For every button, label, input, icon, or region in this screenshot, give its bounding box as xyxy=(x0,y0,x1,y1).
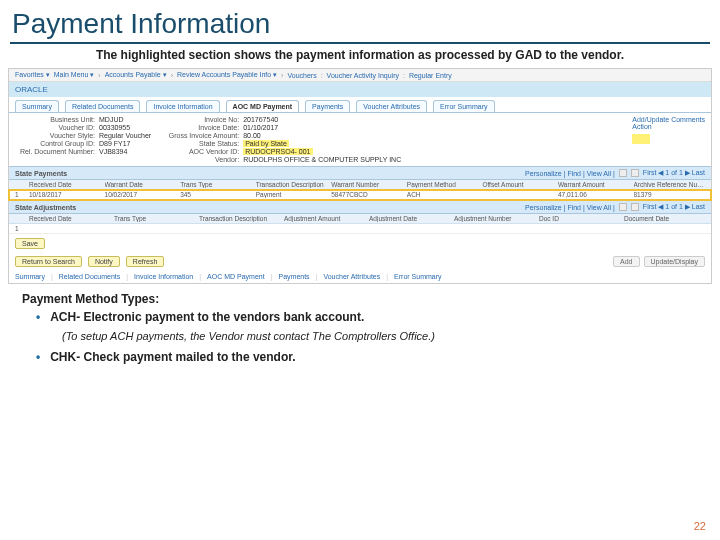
rel-doc-value: VJB8394 xyxy=(99,148,127,155)
sa-h-received: Received Date xyxy=(29,215,110,222)
invoice-no-label: Invoice No: xyxy=(159,116,239,123)
state-status-label: State Status: xyxy=(159,140,239,147)
download-icon[interactable] xyxy=(631,169,639,177)
control-group-label: Control Group ID: xyxy=(15,140,95,147)
bottom-links: Summary| Related Documents| Invoice Info… xyxy=(9,270,711,283)
download-icon[interactable] xyxy=(631,203,639,211)
sp-r1-warrant-date: 10/02/2017 xyxy=(105,191,177,198)
sp-r1-archive-ref: 81379 xyxy=(634,191,706,198)
title-rule xyxy=(10,42,710,44)
vendor-value: RUDOLPHS OFFICE & COMPUTER SUPPLY INC xyxy=(243,156,401,163)
sp-r1-trans-desc: Payment xyxy=(256,191,328,198)
voucher-style-value: Regular Voucher xyxy=(99,132,151,139)
menu-main[interactable]: Main Menu ▾ xyxy=(54,71,95,79)
sa-h-doc-date: Document Date xyxy=(624,215,705,222)
tab-row: Summary Related Documents Invoice Inform… xyxy=(9,97,711,113)
header-fields: Business Unit:MDJUD Voucher ID:00330955 … xyxy=(9,113,711,166)
sp-h-warrant-no: Warrant Number xyxy=(331,181,403,188)
state-adjustments-title: State Adjustments xyxy=(15,204,76,211)
sp-r1-warrant-no: 58477CBCD xyxy=(331,191,403,198)
sa-personalize[interactable]: Personalize | Find | View All | xyxy=(525,204,615,211)
bl-aoc-md-payment[interactable]: AOC MD Payment xyxy=(207,273,265,280)
tab-invoice-information[interactable]: Invoice Information xyxy=(146,100,219,112)
aoc-vendor-id-value: RUDOCPRSO4- 001 xyxy=(243,148,312,155)
aoc-vendor-id-label: AOC Vendor ID: xyxy=(159,148,239,155)
sp-h-pay-method: Payment Method xyxy=(407,181,479,188)
brand-bar: ORACLE xyxy=(9,82,711,97)
sp-r1-warrant-amt: 47,011.06 xyxy=(558,191,630,198)
bl-summary[interactable]: Summary xyxy=(15,273,45,280)
bl-error-summary[interactable]: Error Summary xyxy=(394,273,441,280)
sa-h-adj-amt: Adjustment Amount xyxy=(284,215,365,222)
page-number: 22 xyxy=(694,520,706,532)
save-row: Save xyxy=(9,234,711,253)
sp-grid-header: Received Date Warrant Date Trans Type Tr… xyxy=(9,180,711,190)
vendor-label: Vendor: xyxy=(159,156,239,163)
tab-error-summary[interactable]: Error Summary xyxy=(433,100,494,112)
menubar: Favorites ▾ Main Menu ▾ › Accounts Payab… xyxy=(9,69,711,82)
gross-amount-value: 80.00 xyxy=(243,132,261,139)
sp-row-1: 1 10/18/2017 10/02/2017 345 Payment 5847… xyxy=(9,190,711,200)
voucher-id-label: Voucher ID: xyxy=(15,124,95,131)
state-status-value: Paid by State xyxy=(243,140,289,147)
invoice-date-label: Invoice Date: xyxy=(159,124,239,131)
invoice-no-value: 201767540 xyxy=(243,116,278,123)
tab-payments[interactable]: Payments xyxy=(305,100,350,112)
zoom-icon[interactable] xyxy=(619,203,627,211)
bu-value: MDJUD xyxy=(99,116,124,123)
notify-button[interactable]: Notify xyxy=(88,256,120,267)
return-to-search-button[interactable]: Return to Search xyxy=(15,256,82,267)
sp-personalize[interactable]: Personalize | Find | View All | xyxy=(525,170,615,177)
sa-h-doc-id: Doc ID xyxy=(539,215,620,222)
sp-r1-pay-method: ACH xyxy=(407,191,479,198)
bc-regular-entry[interactable]: Regular Entry xyxy=(409,72,452,79)
sp-h-archive-ref: Archive Reference Number xyxy=(634,181,706,188)
add-update-comments-link[interactable]: Add/Update Comments xyxy=(632,116,705,123)
sa-nav[interactable]: First ◀ 1 of 1 ▶ Last xyxy=(643,203,705,211)
sa-h-adj-no: Adjustment Number xyxy=(454,215,535,222)
save-button[interactable]: Save xyxy=(15,238,45,249)
voucher-id-value: 00330955 xyxy=(99,124,130,131)
sa-grid-header: Received Date Trans Type Transaction Des… xyxy=(9,214,711,224)
menu-favorites[interactable]: Favorites ▾ xyxy=(15,71,50,79)
sa-r1-seq: 1 xyxy=(15,225,25,232)
bl-voucher-attributes[interactable]: Voucher Attributes xyxy=(323,273,380,280)
tab-voucher-attributes[interactable]: Voucher Attributes xyxy=(356,100,427,112)
note-ach: ACH- Electronic payment to the vendors b… xyxy=(36,310,698,324)
bl-payments[interactable]: Payments xyxy=(278,273,309,280)
zoom-icon[interactable] xyxy=(619,169,627,177)
refresh-button[interactable]: Refresh xyxy=(126,256,165,267)
bc-accounts-payable[interactable]: Accounts Payable ▾ xyxy=(105,71,167,79)
bc-vouchers[interactable]: Vouchers xyxy=(287,72,316,79)
sp-r1-trans-type: 345 xyxy=(180,191,252,198)
tab-aoc-md-payment[interactable]: AOC MD Payment xyxy=(226,100,300,112)
sp-nav[interactable]: First ◀ 1 of 1 ▶ Last xyxy=(643,169,705,177)
update-display-button[interactable]: Update/Display xyxy=(644,256,705,267)
tab-summary[interactable]: Summary xyxy=(15,100,59,112)
sp-h-trans-desc: Transaction Description xyxy=(256,181,328,188)
add-button[interactable]: Add xyxy=(613,256,639,267)
sa-row-1: 1 xyxy=(9,224,711,234)
bc-review-ap-info[interactable]: Review Accounts Payable Info ▾ xyxy=(177,71,277,79)
bc-voucher-activity[interactable]: Voucher Activity Inquiry xyxy=(327,72,399,79)
invoice-date-value: 01/10/2017 xyxy=(243,124,278,131)
sp-r1-offset xyxy=(482,191,554,198)
sp-h-offset: Offset Amount xyxy=(482,181,554,188)
bu-label: Business Unit: xyxy=(15,116,95,123)
app-screenshot: Favorites ▾ Main Menu ▾ › Accounts Payab… xyxy=(8,68,712,284)
sp-r1-seq: 1 xyxy=(15,191,25,198)
sp-h-warrant-amt: Warrant Amount xyxy=(558,181,630,188)
sa-h-trans-type: Trans Type xyxy=(114,215,195,222)
state-payments-header: State Payments Personalize | Find | View… xyxy=(9,166,711,180)
sp-h-received: Received Date xyxy=(29,181,101,188)
comments-icon[interactable] xyxy=(632,134,650,144)
bl-related-documents[interactable]: Related Documents xyxy=(59,273,120,280)
bl-invoice-information[interactable]: Invoice Information xyxy=(134,273,193,280)
notes-section: Payment Method Types: ACH- Electronic pa… xyxy=(0,284,720,364)
sp-h-warrant-date: Warrant Date xyxy=(105,181,177,188)
gross-amount-label: Gross Invoice Amount: xyxy=(159,132,239,139)
rel-doc-label: Rel. Document Number: xyxy=(15,148,95,155)
sa-h-trans-desc: Transaction Description xyxy=(199,215,280,222)
tab-related-documents[interactable]: Related Documents xyxy=(65,100,140,112)
action-link[interactable]: Action xyxy=(632,123,705,130)
